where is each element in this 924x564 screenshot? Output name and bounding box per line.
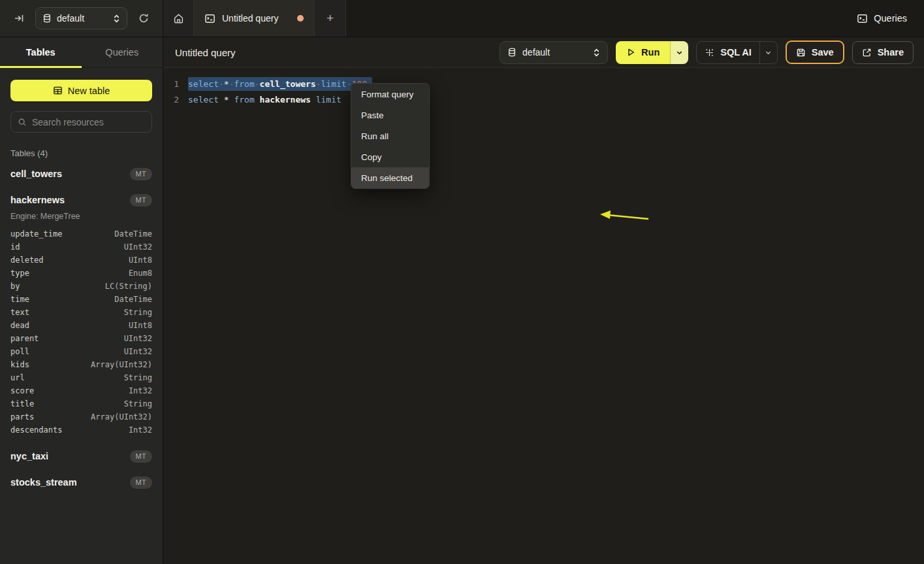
column-type: UInt32 bbox=[124, 242, 152, 252]
column-name: score bbox=[10, 386, 34, 395]
tab-untitled-query[interactable]: Untitled query bbox=[194, 0, 315, 37]
run-button[interactable]: Run bbox=[616, 41, 671, 64]
table-row-hackernews[interactable]: hackernewsMT bbox=[10, 190, 152, 210]
save-label: Save bbox=[812, 47, 834, 58]
column-type: UInt32 bbox=[124, 334, 152, 343]
column-row: pollUInt32 bbox=[10, 345, 152, 358]
column-name: deleted bbox=[10, 256, 44, 265]
whitespace-dot: · bbox=[255, 79, 260, 89]
column-type: DateTime bbox=[114, 295, 152, 304]
sql-ai-caret[interactable] bbox=[759, 42, 777, 63]
token-ident: cell_towers bbox=[260, 79, 316, 89]
refresh-icon[interactable] bbox=[134, 8, 153, 28]
save-button[interactable]: Save bbox=[786, 41, 844, 64]
query-title: Untitled query bbox=[175, 47, 500, 58]
column-name: text bbox=[10, 308, 29, 317]
column-type: UInt8 bbox=[129, 321, 152, 330]
tables-section-label: Tables (4) bbox=[10, 148, 152, 158]
new-table-label: New table bbox=[68, 86, 110, 96]
token-kw: limit bbox=[321, 79, 347, 89]
table-name: hackernews bbox=[10, 195, 65, 205]
column-type: DateTime bbox=[114, 229, 152, 239]
new-tab-button[interactable]: + bbox=[315, 0, 346, 37]
search-input[interactable] bbox=[32, 117, 150, 127]
table-row-stocks_stream[interactable]: stocks_streamMT bbox=[10, 472, 152, 493]
top-bar: default bbox=[0, 0, 924, 37]
line-number: 2 bbox=[163, 95, 188, 105]
engine-badge: MT bbox=[130, 450, 152, 463]
search-box[interactable] bbox=[10, 111, 152, 133]
editor-context-menu: Format queryPasteRun allCopyRun selected bbox=[351, 83, 430, 189]
collapse-sidebar-icon[interactable] bbox=[9, 8, 29, 28]
sidebar-body: New table Tables (4) cell_towersMThacker… bbox=[0, 68, 163, 505]
token-op: * bbox=[224, 79, 229, 89]
code-line: 1select·*·from·cell_towers·limit·100; bbox=[163, 76, 924, 91]
column-type: String bbox=[124, 308, 152, 317]
table-name: stocks_stream bbox=[10, 477, 77, 488]
share-button[interactable]: Share bbox=[852, 41, 914, 64]
columns-list: update_timeDateTimeidUInt32deletedUInt8t… bbox=[10, 227, 152, 437]
sql-editor[interactable]: 1select·*·from·cell_towers·limit·100;2se… bbox=[163, 68, 924, 564]
chevron-updown-icon bbox=[113, 14, 120, 23]
database-selector[interactable]: default bbox=[35, 7, 127, 29]
plus-icon: + bbox=[327, 11, 334, 25]
sql-ai-label: SQL AI bbox=[720, 47, 752, 58]
queries-terminal-icon bbox=[857, 13, 868, 24]
header-database-selector[interactable]: default bbox=[500, 41, 608, 64]
table-row-nyc_taxi[interactable]: nyc_taxiMT bbox=[10, 446, 152, 467]
column-row: deletedUInt8 bbox=[10, 254, 152, 267]
line-number: 1 bbox=[163, 79, 188, 89]
engine-badge: MT bbox=[130, 476, 152, 489]
save-floppy-icon bbox=[796, 48, 806, 58]
menu-item-paste[interactable]: Paste bbox=[351, 105, 429, 125]
column-row: scoreInt32 bbox=[10, 384, 152, 397]
column-type: String bbox=[124, 373, 152, 382]
table-row-cell_towers[interactable]: cell_towersMT bbox=[10, 163, 152, 184]
new-table-button[interactable]: New table bbox=[10, 80, 152, 101]
query-terminal-icon bbox=[204, 13, 215, 24]
engine-label: Engine: MergeTree bbox=[10, 212, 152, 221]
column-type: UInt8 bbox=[129, 256, 152, 265]
chevron-updown-icon bbox=[593, 48, 600, 57]
database-icon bbox=[42, 14, 52, 23]
column-name: poll bbox=[10, 347, 29, 356]
code-line: 2select * from hackernews limit bbox=[163, 91, 924, 107]
column-type: Array(UInt32) bbox=[91, 360, 152, 369]
whitespace-dot: · bbox=[316, 79, 321, 89]
column-row: update_timeDateTime bbox=[10, 227, 152, 241]
column-name: url bbox=[10, 373, 25, 382]
content-header: Untitled query default bbox=[163, 37, 924, 68]
menu-item-run-all[interactable]: Run all bbox=[351, 125, 429, 146]
header-database-value: default bbox=[522, 47, 587, 58]
menu-item-copy[interactable]: Copy bbox=[351, 146, 429, 167]
menu-item-run-selected[interactable]: Run selected bbox=[351, 167, 429, 188]
token-op: * bbox=[224, 95, 229, 105]
selection-highlight: select·*·from·cell_towers·limit·100; bbox=[188, 77, 372, 91]
sparkle-ai-icon bbox=[705, 48, 714, 58]
sql-ai-button[interactable]: SQL AI bbox=[697, 47, 759, 58]
column-row: byLC(String) bbox=[10, 280, 152, 293]
column-name: type bbox=[10, 269, 29, 278]
column-type: String bbox=[124, 399, 152, 408]
sql-ai-button-group: SQL AI bbox=[696, 41, 778, 64]
home-tab[interactable] bbox=[163, 0, 194, 37]
tab-strip-spacer bbox=[346, 0, 849, 37]
column-row: parentUInt32 bbox=[10, 332, 152, 345]
column-name: update_time bbox=[10, 229, 62, 239]
run-label: Run bbox=[641, 47, 660, 58]
play-icon bbox=[626, 48, 635, 57]
menu-item-format-query[interactable]: Format query bbox=[351, 84, 429, 105]
unsaved-dot bbox=[297, 15, 304, 22]
sidebar-tab-tables[interactable]: Tables bbox=[0, 37, 82, 67]
sidebar-tab-queries[interactable]: Queries bbox=[82, 37, 163, 67]
column-row: deadUInt8 bbox=[10, 319, 152, 332]
search-icon bbox=[18, 118, 27, 127]
run-options-caret[interactable] bbox=[671, 41, 688, 64]
column-name: time bbox=[10, 295, 29, 304]
content-pane: Untitled query default bbox=[163, 37, 924, 564]
column-type: UInt32 bbox=[124, 347, 152, 356]
token-kw: limit bbox=[316, 95, 342, 105]
column-row: idUInt32 bbox=[10, 241, 152, 254]
queries-button[interactable]: Queries bbox=[849, 0, 924, 37]
token-ident: hackernews bbox=[260, 95, 311, 105]
